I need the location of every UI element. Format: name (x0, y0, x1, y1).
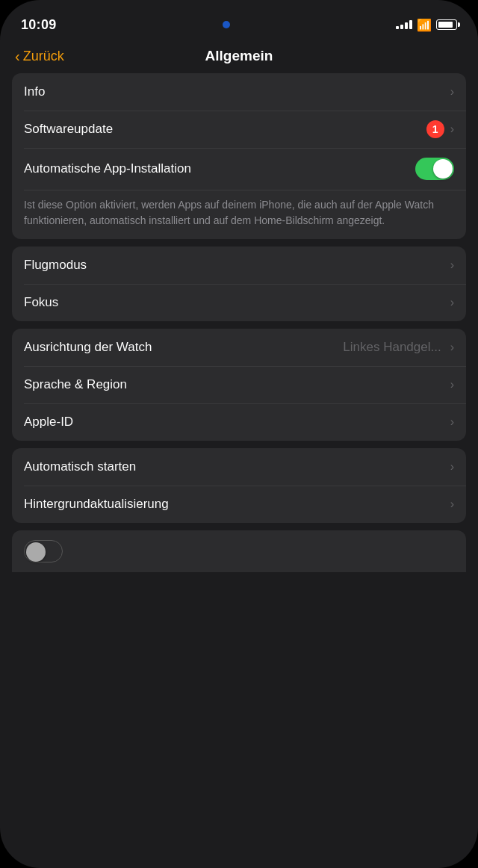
item-right-auto-app (415, 158, 454, 180)
item-right-sprache: › (450, 378, 454, 391)
list-item[interactable]: Flugmodus › (12, 247, 466, 284)
item-label-fokus: Fokus (24, 295, 450, 310)
item-label-flugmodus: Flugmodus (24, 258, 450, 273)
item-value-ausrichtung: Linkes Handgel... (343, 340, 441, 355)
item-right-ausrichtung: Linkes Handgel... › (343, 340, 454, 355)
page-title: Allgemein (205, 48, 273, 64)
wifi-icon: 📶 (417, 18, 432, 32)
chevron-right-icon: › (450, 460, 454, 474)
item-right-autostart: › (450, 460, 454, 474)
battery-icon (436, 19, 457, 30)
back-chevron-icon: ‹ (15, 48, 20, 65)
list-item[interactable]: Ausrichtung der Watch Linkes Handgel... … (12, 329, 466, 366)
list-item[interactable]: Info › (12, 73, 466, 111)
update-badge: 1 (426, 120, 444, 138)
item-label-appleid: Apple-ID (24, 415, 450, 430)
status-bar: 10:09 📶 (0, 0, 478, 39)
item-label-auto-app: Automatische App-Installation (24, 161, 415, 176)
list-item[interactable]: Fokus › (12, 284, 466, 321)
status-center (223, 21, 230, 28)
section-regional: Ausrichtung der Watch Linkes Handgel... … (12, 329, 466, 441)
list-item[interactable]: Sprache & Region › (12, 366, 466, 403)
section-general-info: Info › Softwareupdate 1 › Automatische A… (12, 73, 466, 239)
section-description: Ist diese Option aktiviert, werden Apps … (12, 190, 466, 239)
auto-app-toggle[interactable] (415, 158, 454, 180)
item-right-hintergrund: › (450, 497, 454, 511)
chevron-right-icon: › (450, 415, 454, 429)
section-partial (12, 530, 466, 572)
chevron-right-icon: › (450, 341, 454, 354)
toggle-knob (26, 542, 46, 562)
battery-fill (438, 22, 453, 28)
item-right-info: › (450, 85, 454, 99)
status-icons: 📶 (396, 18, 457, 32)
status-time: 10:09 (21, 17, 57, 33)
chevron-right-icon: › (450, 296, 454, 309)
chevron-right-icon: › (450, 85, 454, 99)
item-label-softwareupdate: Softwareupdate (24, 122, 426, 137)
list-item[interactable]: Hintergrundaktualisierung › (12, 486, 466, 523)
list-item[interactable]: Automatische App-Installation (12, 148, 466, 190)
item-right-flugmodus: › (450, 258, 454, 272)
toggle-knob (433, 159, 453, 179)
signal-icon (396, 20, 412, 29)
chevron-right-icon: › (450, 497, 454, 511)
list-item[interactable]: Softwareupdate 1 › (12, 111, 466, 148)
item-label-sprache: Sprache & Region (24, 377, 450, 392)
list-item[interactable]: Apple-ID › (12, 403, 466, 441)
item-right-fokus: › (450, 296, 454, 309)
content-area: Info › Softwareupdate 1 › Automatische A… (0, 73, 478, 859)
item-label-info: Info (24, 84, 450, 99)
chevron-right-icon: › (450, 258, 454, 272)
item-label-autostart: Automatisch starten (24, 459, 450, 474)
partial-toggle[interactable] (24, 540, 63, 562)
section-background: Automatisch starten › Hintergrundaktuali… (12, 448, 466, 523)
section-modes: Flugmodus › Fokus › (12, 247, 466, 321)
nav-header: ‹ Zurück Allgemein (0, 39, 478, 73)
item-label-ausrichtung: Ausrichtung der Watch (24, 340, 343, 355)
phone-frame: 10:09 📶 ‹ Zurück Allgemein (0, 0, 478, 868)
dot-indicator (223, 21, 230, 28)
chevron-right-icon: › (450, 378, 454, 391)
item-label-hintergrund: Hintergrundaktualisierung (24, 497, 450, 512)
item-right-softwareupdate: 1 › (426, 120, 454, 138)
list-item[interactable] (12, 530, 466, 572)
chevron-right-icon: › (450, 123, 454, 136)
back-button[interactable]: ‹ Zurück (15, 48, 64, 65)
item-right-appleid: › (450, 415, 454, 429)
back-label: Zurück (23, 49, 64, 64)
list-item[interactable]: Automatisch starten › (12, 448, 466, 486)
